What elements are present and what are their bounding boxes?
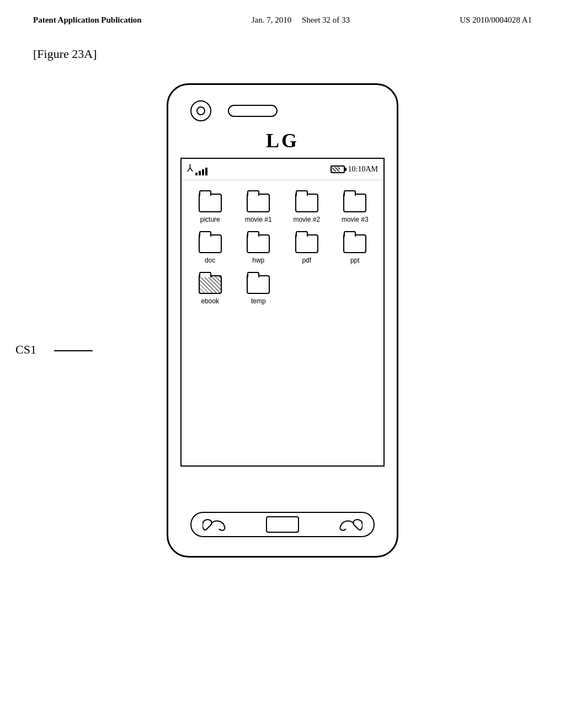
call-button-left[interactable]: [199, 516, 230, 533]
folder-label-temp: temp: [251, 297, 266, 305]
phone-top-bar: [179, 96, 386, 127]
battery-time: 10:10AM: [331, 165, 378, 174]
folder-icon-ebook: [199, 275, 222, 294]
folder-label-picture: picture: [200, 216, 220, 223]
cs1-label: CS1: [15, 342, 36, 357]
folder-picture[interactable]: picture: [186, 188, 234, 229]
signal-icon: ⅄: [187, 163, 207, 175]
folder-hwp[interactable]: hwp: [234, 229, 283, 270]
signal-letter: ⅄: [187, 162, 193, 174]
battery-icon: [331, 165, 345, 173]
figure-label: [Figure 23A]: [0, 30, 565, 72]
bar1: [195, 173, 198, 175]
time-display: 10:10AM: [348, 165, 378, 174]
patent-header: Patent Application Publication Jan. 7, 2…: [0, 0, 565, 30]
folder-movie2[interactable]: movie #2: [282, 188, 331, 229]
call-icon-right: [338, 517, 363, 532]
folder-label-movie1: movie #1: [245, 216, 272, 223]
folder-icon-picture: [199, 194, 222, 212]
folder-icon-pdf: [295, 234, 318, 253]
folder-ppt[interactable]: ppt: [331, 229, 380, 270]
folder-label-hwp: hwp: [252, 256, 264, 264]
header-left: Patent Application Publication: [33, 15, 142, 25]
battery-fill: [332, 167, 340, 172]
folder-label-pdf: pdf: [302, 256, 311, 264]
folder-movie1[interactable]: movie #1: [234, 188, 283, 229]
folder-icon-ppt: [343, 234, 366, 253]
camera-icon: [190, 100, 211, 121]
call-button-right[interactable]: [335, 516, 366, 533]
screen-spacer: [182, 318, 383, 465]
main-content: CS1 LG ⅄: [0, 72, 565, 563]
folder-icon-doc: [199, 234, 222, 253]
cs1-annotation: CS1: [15, 342, 36, 357]
folder-label-doc: doc: [205, 256, 215, 264]
folder-movie3[interactable]: movie #3: [331, 188, 380, 229]
folder-pdf[interactable]: pdf: [282, 229, 331, 270]
header-date: Jan. 7, 2010: [252, 15, 292, 24]
bottom-buttons-bar: [190, 512, 375, 537]
folder-icon-temp: [247, 275, 270, 294]
bar4: [205, 168, 207, 175]
folder-temp[interactable]: temp: [234, 270, 283, 311]
folder-grid: picture movie #1 movie #2 movie #3: [182, 180, 383, 318]
folder-label-movie3: movie #3: [342, 216, 369, 223]
phone-bottom: [179, 501, 386, 545]
folder-label-movie2: movie #2: [293, 216, 320, 223]
folder-ebook[interactable]: ebook: [186, 270, 234, 311]
folder-label-ebook: ebook: [201, 297, 219, 305]
signal-bars: [195, 168, 207, 175]
folder-doc[interactable]: doc: [186, 229, 234, 270]
folder-icon-movie1: [247, 194, 270, 212]
phone-device: LG ⅄ 10:10AM: [167, 83, 398, 558]
folder-icon-movie3: [343, 194, 366, 212]
brand-label: LG: [266, 129, 299, 152]
header-center: Jan. 7, 2010 Sheet 32 of 33: [252, 15, 350, 25]
call-icon-left: [202, 517, 227, 532]
bar3: [202, 169, 204, 175]
folder-icon-movie2: [295, 194, 318, 212]
cs1-arrow-line: [54, 350, 93, 351]
home-button[interactable]: [266, 516, 299, 533]
header-right: US 2010/0004028 A1: [460, 15, 532, 25]
bar2: [199, 171, 201, 175]
status-bar: ⅄ 10:10AM: [182, 159, 383, 180]
header-sheet: Sheet 32 of 33: [302, 15, 350, 24]
camera-lens: [196, 106, 205, 115]
phone-screen: ⅄ 10:10AM: [180, 158, 385, 467]
speaker-icon: [228, 105, 278, 117]
folder-label-ppt: ppt: [350, 256, 360, 264]
folder-icon-hwp: [247, 234, 270, 253]
